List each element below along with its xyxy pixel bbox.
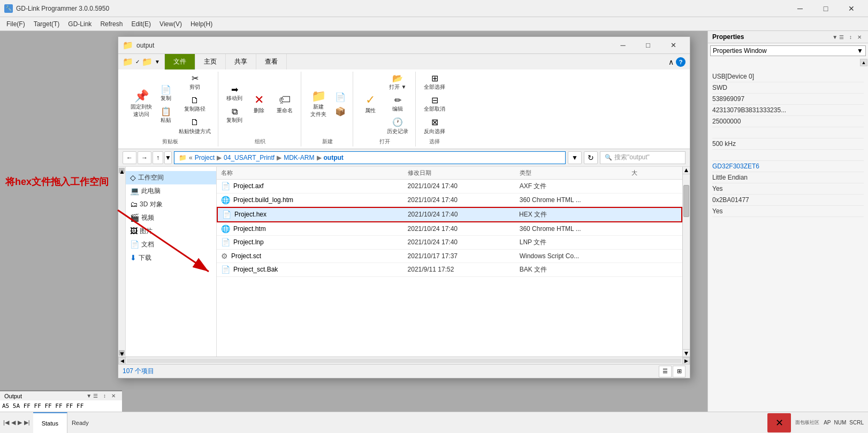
path-usart: 04_USART_Printf (224, 154, 275, 161)
copy-to-button[interactable]: ⧉ 复制到 (224, 105, 245, 126)
tree-item-computer[interactable]: 💻 此电脑 (126, 184, 216, 198)
status-tab-status[interactable]: Status (33, 412, 67, 433)
maximize-button[interactable]: □ (813, 0, 838, 17)
delete-button[interactable]: ✕ 删除 (247, 91, 271, 117)
history-button[interactable]: 🕐 历史记录 (384, 115, 411, 136)
ribbon-group-clipboard: 📌 固定到快速访问 📄 复制 📋 (123, 72, 218, 146)
file-content: 名称 修改日期 类型 大 📄 Project.axf 2021/10/24 17… (217, 167, 682, 357)
tree-item-downloads[interactable]: ⬇ 下载 (126, 251, 216, 265)
file-row-sct[interactable]: ⚙ Project.sct 2021/10/17 17:37 Windows S… (217, 250, 682, 263)
file-scrollbar[interactable]: ▲ ▼ (682, 167, 690, 357)
move-to-button[interactable]: ➡ 移动到 (224, 83, 245, 104)
left-scroll-up[interactable]: ▲ (119, 168, 125, 173)
output-float-button[interactable]: ↕ (101, 392, 108, 399)
minimize-button[interactable]: ─ (788, 0, 812, 17)
horizontal-scrollbar[interactable]: ◀ ▶ (118, 357, 690, 364)
explorer-minimize-button[interactable]: ─ (611, 37, 635, 54)
help-icon[interactable]: ? (676, 57, 686, 67)
paste-button[interactable]: 📋 粘贴 (158, 105, 174, 126)
easy-access-button[interactable]: 📦 (332, 105, 348, 118)
refresh-button[interactable]: ↻ (584, 151, 598, 164)
file-row-bak[interactable]: 📄 Project_sct.Bak 2021/9/11 17:52 BAK 文件 (217, 263, 682, 277)
menu-file[interactable]: File(F) (2, 19, 29, 29)
edit-button[interactable]: ✏ 编辑 (384, 94, 411, 114)
close-button[interactable]: ✕ (839, 0, 864, 17)
status-nav-next[interactable]: ▶ (17, 418, 23, 427)
file-date-hex: 2021/10/24 17:40 (408, 211, 519, 218)
menu-refresh[interactable]: Refresh (96, 19, 127, 29)
status-nav-first[interactable]: |◀ (2, 418, 10, 427)
properties-button[interactable]: ✓ 属性 (359, 91, 382, 117)
list-view-button[interactable]: ☰ (659, 366, 672, 377)
col-size[interactable]: 大 (631, 169, 678, 177)
col-date[interactable]: 修改日期 (408, 169, 520, 177)
status-nav-prev[interactable]: ◀ (10, 418, 17, 427)
menu-edit[interactable]: Edit(E) (127, 19, 155, 29)
col-name[interactable]: 名称 (221, 169, 408, 177)
tree-item-pictures[interactable]: 🖼 图片 (126, 225, 216, 238)
prop-scroll-up[interactable]: ▲ (860, 59, 867, 66)
explorer-folder-icon: 📁 (123, 40, 133, 50)
ribbon-tab-home[interactable]: 主页 (195, 54, 226, 69)
tree-item-video[interactable]: 🎬 视频 (126, 211, 216, 225)
explorer-close-button[interactable]: ✕ (661, 37, 686, 54)
file-name-hex: 📄 Project.hex (222, 210, 408, 219)
output-pin-button[interactable]: ▼ ☰ (84, 392, 100, 399)
prop-close-button[interactable]: ✕ (855, 34, 864, 41)
scroll-left-button[interactable]: ◀ (118, 357, 126, 365)
scroll-right-button[interactable]: ▶ (682, 357, 690, 365)
new-item-button[interactable]: 📄 (332, 90, 348, 104)
open-button[interactable]: 📂 打开 ▼ (384, 72, 411, 92)
prop-float-button[interactable]: ↕ (847, 34, 854, 41)
copy-button[interactable]: 📄 复制 (158, 83, 174, 104)
ribbon-tab-view[interactable]: 查看 (256, 54, 287, 69)
rename-button[interactable]: 🏷 重命名 (273, 91, 296, 117)
pin-button[interactable]: 📌 固定到快速访问 (127, 88, 156, 121)
file-row-buildlog[interactable]: 🌐 Project.build_log.htm 2021/10/24 17:40… (217, 194, 682, 207)
copy-icon: 📄 (161, 84, 171, 95)
menu-target[interactable]: Target(T) (29, 19, 64, 29)
col-type[interactable]: 类型 (520, 169, 631, 177)
copy-path-button[interactable]: 🗋 复制路径 (176, 94, 214, 114)
menu-view[interactable]: View(V) (155, 19, 186, 29)
scroll-up-button[interactable]: ▲ (683, 167, 690, 174)
menu-gdlink[interactable]: GD-Link (64, 19, 96, 29)
ribbon-tab-share[interactable]: 共享 (226, 54, 256, 69)
file-row-axf[interactable]: 📄 Project.axf 2021/10/24 17:40 AXF 文件 (217, 180, 682, 194)
ribbon-collapse-button[interactable]: ∧ (668, 58, 674, 66)
menu-help[interactable]: Help(H) (186, 19, 217, 29)
file-row-hex[interactable]: 📄 Project.hex 2021/10/24 17:40 HEX 文件 (217, 207, 682, 222)
scroll-thumb[interactable] (683, 185, 689, 217)
properties-dropdown[interactable]: Properties Window ▼ (710, 45, 866, 56)
paste-shortcut-button[interactable]: 🗋 粘贴快捷方式 (176, 115, 214, 136)
paste-icon: 📋 (161, 106, 171, 117)
recent-button[interactable]: ▼ (164, 151, 172, 164)
tree-item-documents[interactable]: 📄 文档 (126, 238, 216, 251)
ribbon-tab-file[interactable]: 文件 (165, 54, 195, 69)
invert-selection-button[interactable]: ⊠ 反向选择 (421, 115, 448, 136)
output-close-button[interactable]: ✕ (109, 392, 118, 399)
back-button[interactable]: ← (123, 151, 136, 164)
cut-button[interactable]: ✂ 剪切 (176, 72, 214, 92)
tree-item-workspace[interactable]: ◇ 工作空间 (126, 171, 216, 184)
dropdown-button[interactable]: ▼ (568, 151, 582, 164)
new-folder-button[interactable]: 📁 新建文件夹 (307, 88, 330, 121)
ribbon-group-select: ⊞ 全部选择 ⊟ 全部取消 ⊠ 反向选择 (417, 72, 452, 146)
select-all-button[interactable]: ⊞ 全部选择 (421, 72, 448, 92)
scroll-track[interactable] (683, 174, 690, 349)
scroll-down-button[interactable]: ▼ (683, 349, 690, 357)
file-row-lnp[interactable]: 📄 Project.lnp 2021/10/24 17:40 LNP 文件 (217, 236, 682, 250)
explorer-maximize-button[interactable]: □ (636, 37, 660, 54)
search-box[interactable]: 🔍 搜索"output" (600, 151, 686, 164)
left-scroll-down[interactable]: ▼ (119, 350, 125, 355)
select-none-button[interactable]: ⊟ 全部取消 (421, 94, 448, 114)
grid-view-button[interactable]: ⊞ (673, 366, 686, 377)
address-path[interactable]: 📁 « Project ▶ 04_USART_Printf ▶ MDK-ARM … (174, 151, 566, 164)
up-button[interactable]: ↑ (153, 151, 163, 164)
output-header: Output ▼ ☰ ↕ ✕ (0, 391, 122, 400)
status-nav-last[interactable]: ▶| (23, 418, 31, 427)
forward-button[interactable]: → (138, 151, 151, 164)
tree-item-3d[interactable]: 🗂 3D 对象 (126, 198, 216, 211)
prop-pin-button[interactable]: ▼ ☰ (830, 34, 846, 41)
file-row-htm[interactable]: 🌐 Project.htm 2021/10/24 17:40 360 Chrom… (217, 222, 682, 236)
